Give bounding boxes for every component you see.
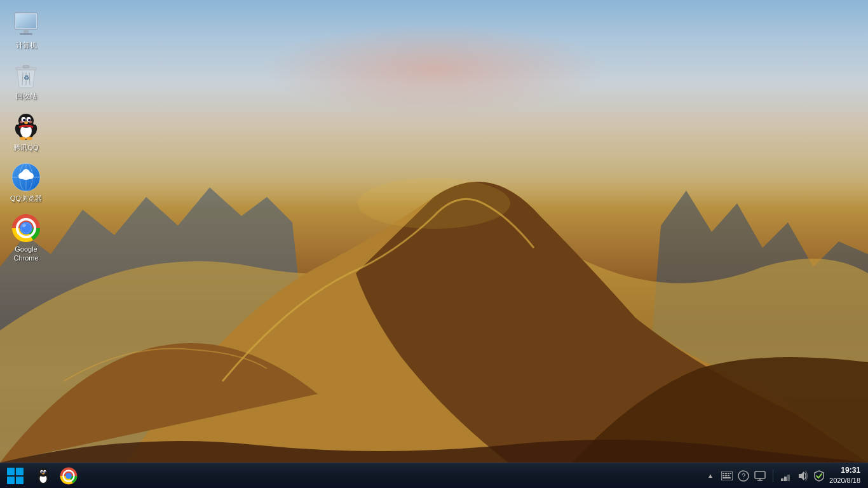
taskbar-qq-icon[interactable] bbox=[32, 464, 55, 487]
svg-rect-48 bbox=[7, 477, 15, 484]
svg-rect-72 bbox=[755, 471, 765, 478]
desktop-icon-tencent-qq[interactable]: 腾讯QQ bbox=[3, 109, 49, 154]
svg-rect-5 bbox=[16, 14, 36, 28]
svg-rect-47 bbox=[16, 468, 24, 475]
recycle-bin-icon-image: ♻ bbox=[11, 60, 41, 90]
clock-time: 19:31 bbox=[829, 465, 860, 476]
svg-point-2 bbox=[358, 178, 510, 229]
desktop: 计算机 ♻ 回收站 bbox=[0, 0, 868, 463]
computer-svg bbox=[12, 11, 40, 37]
tencent-qq-icon-label: 腾讯QQ bbox=[13, 143, 38, 152]
taskbar-chrome-icon[interactable] bbox=[57, 464, 80, 487]
tray-volume-icon[interactable] bbox=[796, 470, 809, 482]
svg-point-55 bbox=[41, 471, 43, 472]
svg-rect-9 bbox=[23, 65, 29, 68]
chrome-svg bbox=[11, 214, 41, 243]
tray-network-icon[interactable] bbox=[780, 470, 792, 482]
svg-marker-79 bbox=[799, 471, 804, 480]
svg-rect-67 bbox=[725, 475, 727, 476]
display-icon bbox=[754, 471, 766, 481]
tray-separator bbox=[773, 470, 773, 482]
recycle-svg: ♻ bbox=[14, 61, 38, 89]
help-icon: ? bbox=[738, 470, 749, 482]
svg-point-57 bbox=[42, 473, 44, 474]
svg-rect-6 bbox=[24, 29, 29, 33]
security-icon bbox=[814, 470, 824, 482]
dune-landscape bbox=[0, 0, 868, 463]
svg-rect-77 bbox=[787, 475, 790, 481]
svg-rect-62 bbox=[722, 473, 724, 474]
svg-rect-66 bbox=[722, 475, 724, 476]
system-tray: ▲ ? bbox=[704, 465, 865, 485]
svg-rect-49 bbox=[16, 477, 24, 484]
system-clock[interactable]: 19:31 2020/8/18 bbox=[829, 465, 860, 485]
svg-text:?: ? bbox=[742, 472, 745, 480]
taskbar: ▲ ? bbox=[0, 463, 868, 488]
taskbar-chrome-svg bbox=[60, 467, 78, 485]
tray-display-icon[interactable] bbox=[754, 470, 766, 482]
svg-point-25 bbox=[29, 121, 32, 123]
svg-rect-69 bbox=[722, 477, 731, 478]
start-button[interactable] bbox=[3, 464, 28, 487]
qq-browser-icon-label: QQ浏览器 bbox=[10, 194, 42, 203]
google-chrome-icon-image bbox=[11, 213, 41, 243]
computer-icon-image bbox=[11, 9, 41, 39]
desktop-icon-qq-browser[interactable]: QQ浏览器 bbox=[3, 159, 49, 205]
svg-rect-64 bbox=[728, 473, 729, 474]
svg-point-44 bbox=[21, 223, 31, 233]
desktop-icons-container: 计算机 ♻ 回收站 bbox=[3, 6, 49, 266]
tray-keyboard-icon[interactable] bbox=[721, 470, 733, 482]
svg-rect-7 bbox=[20, 33, 32, 35]
network-icon bbox=[780, 470, 792, 482]
svg-rect-68 bbox=[728, 475, 729, 476]
svg-point-24 bbox=[20, 121, 24, 123]
clock-date: 2020/8/18 bbox=[829, 476, 860, 485]
svg-point-23 bbox=[24, 121, 28, 124]
qq-browser-svg bbox=[11, 163, 41, 192]
tencent-qq-icon-image bbox=[11, 111, 41, 142]
svg-point-60 bbox=[65, 473, 72, 479]
svg-rect-63 bbox=[725, 473, 727, 474]
svg-rect-65 bbox=[730, 473, 731, 474]
svg-point-52 bbox=[39, 468, 48, 476]
desktop-icon-computer[interactable]: 计算机 bbox=[3, 6, 49, 52]
desktop-icon-google-chrome[interactable]: GoogleChrome bbox=[3, 210, 49, 266]
svg-point-38 bbox=[22, 169, 30, 177]
taskbar-qq-svg bbox=[34, 467, 52, 485]
qq-browser-icon-image bbox=[11, 162, 41, 193]
svg-point-22 bbox=[29, 119, 31, 121]
recycle-bin-icon-label: 回收站 bbox=[16, 92, 37, 100]
tray-security-icon[interactable] bbox=[813, 470, 825, 482]
google-chrome-icon-label: GoogleChrome bbox=[13, 245, 38, 263]
desktop-icon-recycle-bin[interactable]: ♻ 回收站 bbox=[3, 57, 49, 103]
svg-point-27 bbox=[26, 137, 32, 140]
tray-expand-button[interactable]: ▲ bbox=[704, 470, 717, 482]
svg-rect-78 bbox=[781, 478, 783, 481]
tray-help-icon[interactable]: ? bbox=[737, 470, 750, 482]
svg-point-56 bbox=[44, 471, 46, 472]
qq-svg bbox=[11, 112, 41, 141]
volume-icon bbox=[797, 470, 808, 482]
keyboard-icon bbox=[721, 471, 733, 480]
svg-rect-46 bbox=[7, 468, 15, 475]
windows-logo-icon bbox=[6, 467, 24, 485]
svg-text:♻: ♻ bbox=[24, 74, 29, 81]
svg-point-21 bbox=[24, 119, 25, 121]
svg-point-26 bbox=[20, 137, 26, 140]
svg-rect-76 bbox=[784, 477, 787, 481]
computer-icon-label: 计算机 bbox=[16, 41, 37, 50]
